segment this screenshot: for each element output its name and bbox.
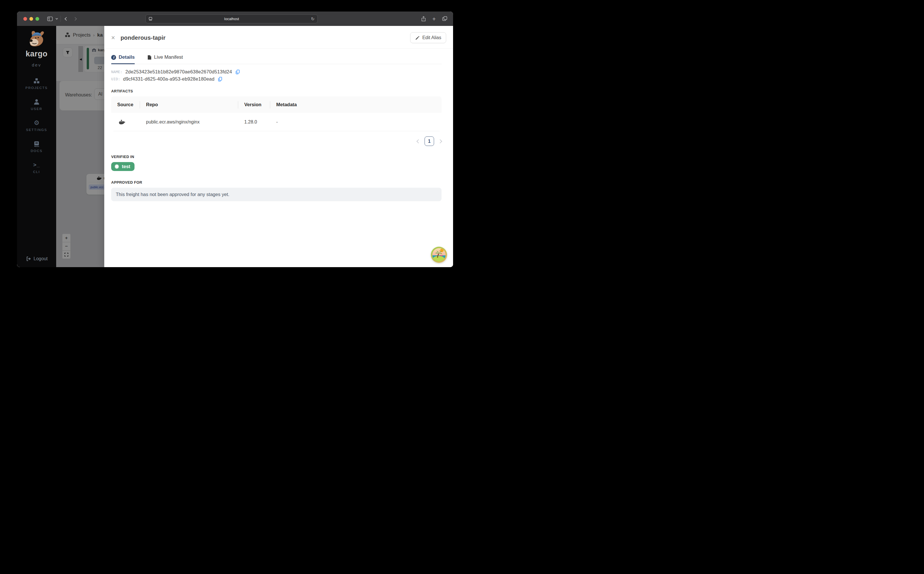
artifacts-pagination: 1 bbox=[111, 136, 442, 146]
sidebar-item-docs[interactable]: DOCS bbox=[30, 141, 42, 153]
approval-status-message: This freight has not been approved for a… bbox=[111, 188, 442, 201]
share-icon[interactable] bbox=[419, 14, 428, 23]
copy-icon[interactable] bbox=[218, 77, 222, 82]
back-button[interactable] bbox=[62, 14, 71, 23]
sidebar-item-settings[interactable]: ⚙ SETTINGS bbox=[26, 120, 47, 132]
uid-label: UID: bbox=[111, 77, 120, 81]
logout-button[interactable]: Logout bbox=[25, 256, 48, 262]
freight-alias-title: ponderous-tapir bbox=[120, 35, 165, 41]
zoom-window-button[interactable] bbox=[35, 17, 39, 21]
close-window-button[interactable] bbox=[23, 17, 27, 21]
artifacts-table: Source Repo Version Metadata bbox=[111, 96, 442, 131]
reload-icon[interactable]: ↻ bbox=[311, 16, 314, 22]
close-icon[interactable]: × bbox=[111, 35, 115, 41]
docker-icon bbox=[118, 120, 125, 125]
user-icon bbox=[34, 99, 39, 105]
freight-uid-row: UID: d9cf4331-d625-400a-a953-eb928e180ea… bbox=[111, 76, 442, 82]
artifacts-heading: ARTIFACTS bbox=[111, 89, 442, 93]
artifact-repo-cell: public.ecr.aws/nginx/nginx bbox=[140, 113, 238, 131]
approved-for-heading: APPROVED FOR bbox=[111, 180, 442, 184]
freight-details-drawer: × ponderous-tapir Edit Alias i bbox=[104, 26, 453, 267]
file-icon bbox=[147, 55, 152, 60]
pencil-icon bbox=[415, 35, 420, 40]
toolbar-chevron-down-icon[interactable] bbox=[54, 14, 59, 23]
minimize-window-button[interactable] bbox=[29, 17, 33, 21]
logout-icon bbox=[25, 256, 31, 262]
kargo-app: kargo dev PROJECTS bbox=[17, 26, 453, 267]
freight-name-value: 2de253423e51b1b82e9870ae638e2670d513fd24 bbox=[125, 69, 232, 74]
app-sidebar: kargo dev PROJECTS bbox=[17, 26, 56, 267]
column-metadata: Metadata bbox=[270, 96, 442, 113]
column-source: Source bbox=[111, 96, 140, 113]
edit-alias-button[interactable]: Edit Alias bbox=[410, 32, 446, 43]
browser-window: localhost ↻ + bbox=[17, 11, 453, 267]
freight-uid-value: d9cf4331-d625-400a-a953-eb928e180ead bbox=[123, 76, 214, 82]
tropical-island-button[interactable] bbox=[431, 247, 447, 263]
drawer-tabs: i Details Live Manifest bbox=[111, 54, 442, 64]
artifact-metadata-cell: - bbox=[270, 113, 442, 131]
info-icon: i bbox=[111, 55, 116, 60]
artifacts-table-header: Source Repo Version Metadata bbox=[111, 96, 442, 113]
stage-starburst-icon bbox=[114, 164, 119, 169]
sidebar-item-cli[interactable]: >_ CLI bbox=[33, 162, 40, 173]
table-row: public.ecr.aws/nginx/nginx 1.28.0 - bbox=[111, 113, 442, 131]
copy-icon[interactable] bbox=[235, 69, 240, 74]
pagination-next-icon[interactable] bbox=[438, 139, 442, 143]
artifact-version-cell: 1.28.0 bbox=[238, 113, 270, 131]
tab-details[interactable]: i Details bbox=[111, 54, 135, 64]
verified-in-heading: VERIFIED IN bbox=[111, 155, 442, 159]
traffic-lights bbox=[23, 17, 39, 21]
toolbar-divider bbox=[60, 16, 61, 22]
sidebar-item-projects[interactable]: PROJECTS bbox=[25, 78, 47, 90]
terminal-icon: >_ bbox=[33, 162, 40, 168]
column-repo: Repo bbox=[140, 96, 238, 113]
brand-wordmark: kargo bbox=[25, 49, 47, 58]
browser-toolbar: localhost ↻ + bbox=[17, 11, 453, 26]
freight-name-row: NAME: 2de253423e51b1b82e9870ae638e2670d5… bbox=[111, 69, 442, 74]
url-text: localhost bbox=[152, 17, 311, 21]
column-version: Version bbox=[238, 96, 270, 113]
forward-button[interactable] bbox=[71, 14, 79, 23]
artifact-source-cell bbox=[111, 113, 140, 131]
logout-label: Logout bbox=[34, 256, 48, 262]
environment-label: dev bbox=[32, 63, 41, 67]
tab-live-manifest[interactable]: Live Manifest bbox=[147, 54, 183, 64]
docs-book-icon bbox=[34, 141, 39, 147]
sidebar-toggle-icon[interactable] bbox=[46, 14, 54, 23]
gear-icon: ⚙ bbox=[34, 120, 39, 126]
tab-overview-icon[interactable] bbox=[441, 14, 449, 23]
projects-boxes-icon bbox=[33, 78, 40, 84]
kargo-logo bbox=[26, 30, 47, 49]
address-bar[interactable]: localhost ↻ bbox=[145, 14, 318, 23]
sidebar-item-user[interactable]: USER bbox=[31, 99, 42, 110]
verified-stage-badge[interactable]: test bbox=[111, 162, 134, 171]
pagination-prev-icon[interactable] bbox=[417, 139, 420, 143]
pagination-page-1[interactable]: 1 bbox=[425, 136, 434, 146]
new-tab-icon[interactable]: + bbox=[430, 14, 438, 23]
name-label: NAME: bbox=[111, 70, 122, 74]
page-icon bbox=[148, 17, 152, 21]
